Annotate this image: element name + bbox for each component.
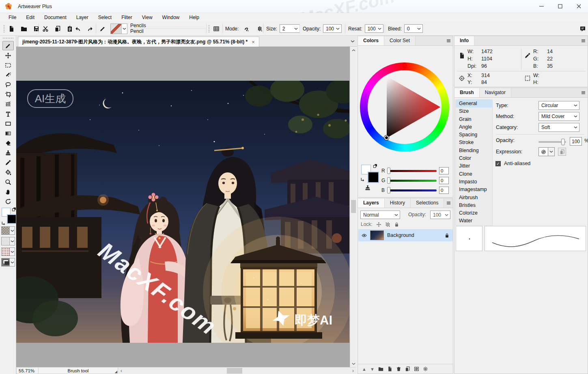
tab-colors[interactable]: Colors <box>358 36 384 45</box>
fill-tool[interactable] <box>2 168 14 177</box>
lasso-tool[interactable] <box>2 80 14 89</box>
blue-slider[interactable] <box>387 187 437 193</box>
menu-layer[interactable]: Layer <box>72 14 93 21</box>
crop-tool[interactable] <box>2 90 14 99</box>
brush-cat-color[interactable]: Color <box>456 155 492 162</box>
mesh-transform-tool[interactable] <box>2 99 14 109</box>
brush-cat-grain[interactable]: Grain <box>456 116 492 123</box>
layer-settings-button[interactable] <box>423 366 428 372</box>
canvas-viewport[interactable]: AI生成 MacXF.com 即梦AI <box>16 47 350 367</box>
brush-cat-stroke[interactable]: Stroke <box>456 139 492 146</box>
brush-cat-blending[interactable]: Blending <box>456 147 492 155</box>
brush-selector[interactable] <box>110 24 127 34</box>
info-panel-menu-icon[interactable] <box>579 36 588 45</box>
brush-cat-size[interactable]: Size <box>456 107 492 115</box>
brush-method-dropdown[interactable]: Mild Cover <box>538 112 579 121</box>
eraser-tool[interactable] <box>2 138 14 148</box>
grain-chevron[interactable] <box>10 237 15 245</box>
menu-view[interactable]: View <box>138 14 157 21</box>
copy-button[interactable] <box>53 24 62 34</box>
gradient-tool[interactable] <box>2 129 14 138</box>
paper-texture-selector[interactable] <box>1 226 16 235</box>
brush-panel-menu-icon[interactable] <box>579 88 588 97</box>
expression-settings-button[interactable] <box>558 148 566 156</box>
brush-cat-clone[interactable]: Clone <box>456 170 492 178</box>
move-layer-down-button[interactable]: ▼ <box>370 367 375 372</box>
scroll-left-arrow[interactable]: ‹ <box>118 368 125 374</box>
tab-brush[interactable]: Brush <box>454 88 480 97</box>
clone-stamp-tool[interactable] <box>2 148 14 157</box>
size-dropdown[interactable]: 2 <box>280 24 300 33</box>
new-group-button[interactable] <box>378 366 383 372</box>
antialiased-checkbox[interactable]: ✓ <box>495 161 501 166</box>
menu-filter[interactable]: Filter <box>117 14 137 21</box>
tab-list-chevron[interactable] <box>351 38 356 44</box>
brush-names[interactable]: Pencils Pencil <box>130 23 205 34</box>
colors-panel-menu-icon[interactable] <box>444 36 453 45</box>
bleed-dropdown[interactable]: 0 <box>404 24 423 33</box>
green-slider[interactable] <box>387 177 437 184</box>
red-slider[interactable] <box>387 168 437 174</box>
swap-colors-icon[interactable] <box>1 221 6 226</box>
scroll-right-arrow[interactable]: › <box>350 368 356 374</box>
brush-cat-angle[interactable]: Angle <box>456 123 492 131</box>
layer-mask-button[interactable] <box>414 366 419 372</box>
layer-visibility-eye-icon[interactable] <box>362 233 367 238</box>
expression-icon-button[interactable] <box>538 147 548 156</box>
magic-wand-tool[interactable] <box>2 70 14 80</box>
toolbar-grip-2[interactable] <box>208 25 210 33</box>
blend-mode-dropdown[interactable]: Normal <box>360 211 400 219</box>
paper-texture-chevron[interactable] <box>10 226 15 235</box>
color-stamp-icon[interactable] <box>364 185 371 191</box>
panel-default-colors-icon[interactable] <box>373 163 378 169</box>
brush-type-dropdown[interactable]: Circular <box>538 101 579 110</box>
canvas-vertical-scrollbar[interactable] <box>350 47 356 367</box>
tab-navigator[interactable]: Navigator <box>480 88 511 97</box>
text-tool[interactable] <box>2 109 14 118</box>
tab-history[interactable]: History <box>385 198 411 208</box>
lock-transparency-icon[interactable] <box>385 222 390 227</box>
resat-dropdown[interactable]: 100 <box>365 24 383 33</box>
new-layer-button[interactable] <box>387 366 392 372</box>
layer-opacity-dropdown[interactable]: 100 <box>430 211 450 219</box>
brush-tool[interactable] <box>2 41 14 50</box>
feedback-bubble-icon[interactable] <box>578 24 588 34</box>
tab-selections[interactable]: Selections <box>411 198 444 208</box>
brush-cat-impasto[interactable]: Impasto <box>456 178 492 186</box>
layer-row-background[interactable]: Background <box>358 229 453 241</box>
save-button[interactable] <box>32 24 41 34</box>
brush-cat-imagestamp[interactable]: Imagestamp <box>456 186 492 193</box>
stroke-preset-chevron[interactable] <box>10 258 15 267</box>
scroll-up-arrow[interactable] <box>351 47 356 53</box>
document-tab-close-icon[interactable]: × <box>252 39 255 45</box>
new-document-button[interactable] <box>6 24 16 34</box>
brush-cat-jitter[interactable]: Jitter <box>456 162 492 170</box>
zoom-level[interactable]: 55.71% <box>16 367 39 374</box>
mode-draw-icon[interactable] <box>242 24 252 34</box>
brush-opacity-handle[interactable] <box>561 139 565 145</box>
vertical-scroll-thumb[interactable] <box>351 200 356 213</box>
opacity-dropdown[interactable]: 100 <box>323 24 342 33</box>
grain-selector[interactable] <box>1 237 16 246</box>
lock-position-icon[interactable] <box>376 222 381 227</box>
delete-layer-button[interactable] <box>396 366 401 372</box>
layers-panel-menu-icon[interactable] <box>444 198 453 208</box>
rotate-view-tool[interactable] <box>2 197 14 206</box>
toolbar-grip[interactable] <box>3 25 5 33</box>
palette-grip[interactable] <box>2 37 14 39</box>
red-value-input[interactable]: 0 <box>439 167 449 174</box>
zoom-tool[interactable] <box>2 177 14 187</box>
panel-background-swatch[interactable] <box>368 172 379 183</box>
brush-tool-icon[interactable] <box>98 24 108 34</box>
brush-opacity-slider[interactable] <box>538 139 566 145</box>
menu-select[interactable]: Select <box>94 14 116 21</box>
redo-button[interactable] <box>86 24 95 34</box>
brush-opacity-input[interactable]: 100 <box>570 137 582 146</box>
move-tool[interactable] <box>2 51 14 60</box>
cut-button[interactable] <box>41 24 50 34</box>
minimize-button[interactable] <box>532 0 551 13</box>
menu-help[interactable]: Help <box>185 14 204 21</box>
expression-chevron[interactable] <box>548 147 555 156</box>
canvas-horizontal-scrollbar[interactable]: ‹ › <box>118 367 356 374</box>
rect-select-tool[interactable] <box>2 60 14 70</box>
